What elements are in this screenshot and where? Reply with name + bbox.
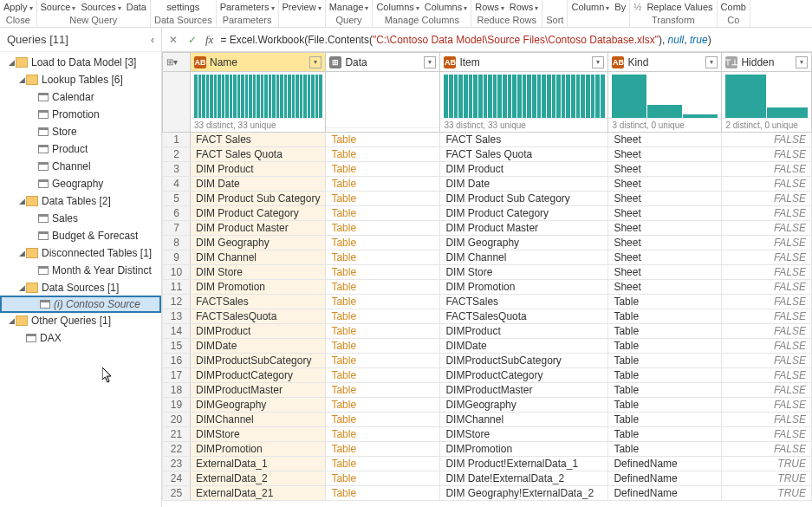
- row-number[interactable]: 18: [163, 383, 191, 398]
- cell-item[interactable]: DIM Product!ExternalData_1: [440, 457, 608, 471]
- cell-item[interactable]: DIMProduct: [440, 324, 608, 339]
- row-number[interactable]: 6: [163, 206, 191, 221]
- cell-name[interactable]: FACTSales: [191, 295, 326, 309]
- cell-data[interactable]: Table: [326, 324, 440, 339]
- cell-hidden[interactable]: FALSE: [722, 354, 812, 368]
- cell-data[interactable]: Table: [326, 486, 440, 501]
- ribbon-button[interactable]: Column: [571, 2, 609, 12]
- cell-name[interactable]: ExternalData_21: [191, 486, 326, 501]
- cell-kind[interactable]: Table: [608, 427, 722, 442]
- table-row[interactable]: 9DIM ChannelTableDIM ChannelSheetFALSE: [163, 250, 812, 265]
- cell-name[interactable]: DIM Promotion: [191, 280, 326, 295]
- twisty-icon[interactable]: ◢: [17, 75, 26, 84]
- ribbon-button[interactable]: Preview: [283, 2, 322, 12]
- table-row[interactable]: 12FACTSalesTableFACTSalesTableFALSE: [163, 295, 812, 309]
- ribbon-button[interactable]: Data: [127, 2, 146, 12]
- cell-data[interactable]: Table: [326, 471, 440, 486]
- type-icon[interactable]: ⊞: [329, 56, 341, 68]
- cell-kind[interactable]: Table: [608, 383, 722, 398]
- cell-kind[interactable]: DefinedName: [608, 471, 722, 486]
- cell-name[interactable]: ExternalData_1: [191, 457, 326, 471]
- cell-kind[interactable]: Sheet: [608, 236, 722, 250]
- cell-data[interactable]: Table: [326, 383, 440, 398]
- tree-query[interactable]: Geography: [0, 175, 161, 192]
- ribbon-button[interactable]: Rows: [475, 2, 504, 12]
- cell-kind[interactable]: Table: [608, 295, 722, 309]
- cell-item[interactable]: DIMGeography: [440, 398, 608, 413]
- twisty-icon[interactable]: ◢: [17, 197, 26, 205]
- row-number[interactable]: 12: [163, 295, 191, 309]
- cell-data[interactable]: Table: [326, 413, 440, 427]
- cell-hidden[interactable]: FALSE: [722, 250, 812, 265]
- cell-item[interactable]: DIM Product Category: [440, 206, 608, 221]
- ribbon-button[interactable]: Parameters: [220, 2, 275, 12]
- column-filter-icon[interactable]: ▾: [592, 56, 604, 68]
- ribbon-button[interactable]: Columns: [376, 2, 419, 12]
- table-row[interactable]: 11DIM PromotionTableDIM PromotionSheetFA…: [163, 280, 812, 295]
- row-number[interactable]: 1: [163, 133, 191, 147]
- table-row[interactable]: 15DIMDateTableDIMDateTableFALSE: [163, 339, 812, 354]
- ribbon-button[interactable]: Comb: [721, 2, 746, 12]
- row-number[interactable]: 22: [163, 442, 191, 457]
- cell-data[interactable]: Table: [326, 309, 440, 324]
- cell-kind[interactable]: Table: [608, 413, 722, 427]
- cell-data[interactable]: Table: [326, 133, 440, 147]
- table-row[interactable]: 23ExternalData_1TableDIM Product!Externa…: [163, 457, 812, 471]
- tree-query[interactable]: Promotion: [0, 106, 161, 123]
- column-filter-icon[interactable]: ▾: [705, 56, 718, 68]
- cell-hidden[interactable]: FALSE: [722, 177, 812, 192]
- table-row[interactable]: 24ExternalData_2TableDIM Date!ExternalDa…: [163, 471, 812, 486]
- row-number[interactable]: 7: [163, 221, 191, 236]
- row-number[interactable]: 21: [163, 427, 191, 442]
- cell-kind[interactable]: Sheet: [608, 133, 722, 147]
- cell-data[interactable]: Table: [326, 295, 440, 309]
- cell-name[interactable]: DIMProductMaster: [191, 383, 326, 398]
- table-row[interactable]: 3DIM ProductTableDIM ProductSheetFALSE: [163, 162, 812, 177]
- column-header-kind[interactable]: ABKind▾: [608, 53, 722, 72]
- cell-kind[interactable]: Table: [608, 324, 722, 339]
- tree-query[interactable]: Channel: [0, 158, 161, 175]
- cell-kind[interactable]: Sheet: [608, 162, 722, 177]
- cell-hidden[interactable]: FALSE: [722, 295, 812, 309]
- cell-data[interactable]: Table: [326, 398, 440, 413]
- row-number[interactable]: 17: [163, 368, 191, 383]
- cell-hidden[interactable]: FALSE: [722, 192, 812, 206]
- cell-data[interactable]: Table: [326, 236, 440, 250]
- cell-data[interactable]: Table: [326, 162, 440, 177]
- cell-kind[interactable]: Sheet: [608, 206, 722, 221]
- row-number[interactable]: 9: [163, 250, 191, 265]
- formula-text[interactable]: = Excel.Workbook(File.Contents("C:\Conto…: [220, 34, 711, 46]
- ribbon-button[interactable]: Sources: [81, 2, 120, 12]
- cell-item[interactable]: DIM Channel: [440, 250, 608, 265]
- cell-kind[interactable]: DefinedName: [608, 486, 722, 501]
- tree-folder[interactable]: ◢Load to Data Model [3]: [0, 54, 161, 71]
- cell-hidden[interactable]: FALSE: [722, 265, 812, 280]
- cell-item[interactable]: DIM Date: [440, 177, 608, 192]
- cancel-formula-icon[interactable]: ✕: [167, 34, 179, 46]
- column-filter-icon[interactable]: ▾: [796, 56, 808, 68]
- cell-item[interactable]: DIMDate: [440, 339, 608, 354]
- table-row[interactable]: 2FACT Sales QuotaTableFACT Sales QuotaSh…: [163, 147, 812, 162]
- row-number[interactable]: 8: [163, 236, 191, 250]
- cell-item[interactable]: DIM Product Master: [440, 221, 608, 236]
- cell-kind[interactable]: Sheet: [608, 177, 722, 192]
- cell-hidden[interactable]: TRUE: [722, 471, 812, 486]
- cell-name[interactable]: DIM Product Category: [191, 206, 326, 221]
- row-number[interactable]: 23: [163, 457, 191, 471]
- cell-name[interactable]: DIMDate: [191, 339, 326, 354]
- cell-kind[interactable]: Table: [608, 339, 722, 354]
- cell-hidden[interactable]: FALSE: [722, 147, 812, 162]
- cell-item[interactable]: FACTSalesQuota: [440, 309, 608, 324]
- cell-kind[interactable]: Table: [608, 309, 722, 324]
- cell-hidden[interactable]: FALSE: [722, 324, 812, 339]
- table-row[interactable]: 16DIMProductSubCategoryTableDIMProductSu…: [163, 354, 812, 368]
- cell-kind[interactable]: DefinedName: [608, 457, 722, 471]
- table-row[interactable]: 22DIMPromotionTableDIMPromotionTableFALS…: [163, 442, 812, 457]
- row-number[interactable]: 10: [163, 265, 191, 280]
- tree-query[interactable]: Store: [0, 123, 161, 140]
- cell-hidden[interactable]: FALSE: [722, 206, 812, 221]
- cell-data[interactable]: Table: [326, 339, 440, 354]
- column-header-hidden[interactable]: ⊤⊥Hidden▾: [722, 53, 812, 72]
- cell-hidden[interactable]: FALSE: [722, 236, 812, 250]
- cell-data[interactable]: Table: [326, 250, 440, 265]
